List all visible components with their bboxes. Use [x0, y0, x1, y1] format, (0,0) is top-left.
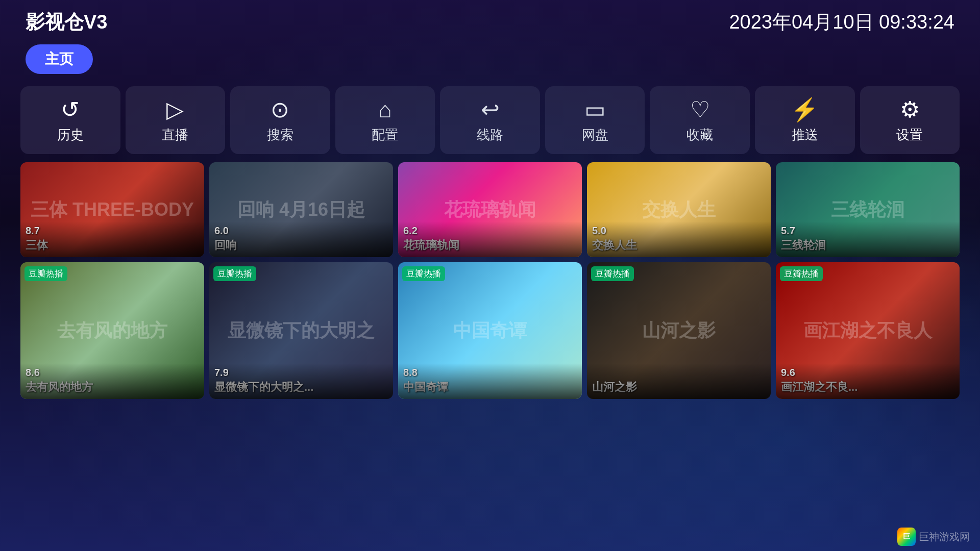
- config-label: 配置: [372, 126, 398, 144]
- card-title-jiaohuan: 交换人生: [592, 238, 637, 253]
- card-content-quyoufeng: 去有风的地方: [20, 262, 204, 399]
- card-badge-huajianghuzhi: 豆瓣热播: [780, 266, 823, 281]
- menu-item-disk[interactable]: ▭ 网盘: [545, 86, 645, 154]
- card-title-huajianghuzhi: 画江湖之不良...: [781, 380, 857, 395]
- push-label: 推送: [792, 126, 818, 144]
- menu-item-search[interactable]: ⊙ 搜索: [230, 86, 330, 154]
- menu-item-live[interactable]: ▷ 直播: [126, 86, 226, 154]
- card-visual-sanxian: 三线轮洄: [831, 197, 904, 222]
- card-rating-santi: 8.7: [26, 225, 40, 237]
- card-shanhezhiying[interactable]: 山河之影 豆瓣热播 山河之影: [587, 262, 771, 399]
- card-badge-zhongguoqitan: 豆瓣热播: [402, 266, 445, 281]
- card-huajianghuzhi[interactable]: 画江湖之不良人 豆瓣热播 9.6 画江湖之不良...: [776, 262, 960, 399]
- history-icon: ↺: [61, 98, 80, 121]
- menu-item-config[interactable]: ⌂ 配置: [335, 86, 435, 154]
- card-badge-xianweijing: 豆瓣热播: [213, 266, 256, 281]
- card-visual-zhongguoqitan: 中国奇谭: [453, 318, 527, 343]
- card-title-zhongguoqitan: 中国奇谭: [403, 380, 448, 395]
- card-title-sanxian: 三线轮洄: [781, 238, 826, 253]
- row1-cards: 三体 THREE-BODY 8.7 三体 回响 4月16日起 6.0 回响 花琉…: [20, 162, 960, 257]
- card-title-hualiu: 花琉璃轨闻: [403, 238, 459, 253]
- watermark-label: 巨神游戏网: [919, 530, 970, 544]
- card-rating-quyoufeng: 8.6: [26, 367, 40, 379]
- favorite-icon: ♡: [690, 98, 710, 121]
- disk-icon: ▭: [584, 98, 606, 121]
- card-visual-xianweijing: 显微镜下的大明之: [228, 318, 375, 343]
- card-rating-zhongguoqitan: 8.8: [403, 367, 418, 379]
- card-visual-huajianghuzhi: 画江湖之不良人: [803, 318, 932, 343]
- watermark: 巨 巨神游戏网: [897, 528, 970, 546]
- card-visual-jiaohuan: 交换人生: [642, 197, 716, 222]
- settings-label: 设置: [896, 126, 923, 144]
- header: 影视仓V3 2023年04月10日 09:33:24: [0, 0, 980, 40]
- home-button[interactable]: 主页: [26, 44, 93, 74]
- menu-item-favorite[interactable]: ♡ 收藏: [650, 86, 750, 154]
- live-label: 直播: [162, 126, 188, 144]
- app-title: 影视仓V3: [26, 9, 107, 35]
- menu-item-push[interactable]: ⚡ 推送: [755, 86, 855, 154]
- card-rating-hualiu: 6.2: [403, 225, 418, 237]
- menu-item-history[interactable]: ↺ 历史: [20, 86, 120, 154]
- card-quyoufeng[interactable]: 去有风的地方 豆瓣热播 8.6 去有风的地方: [20, 262, 204, 399]
- search-label: 搜索: [267, 126, 293, 144]
- card-visual-hualiu: 花琉璃轨闻: [444, 197, 536, 222]
- live-icon: ▷: [166, 98, 184, 121]
- menu-item-route[interactable]: ↩ 线路: [440, 86, 540, 154]
- card-rating-jiaohuan: 5.0: [592, 225, 606, 237]
- card-visual-quyoufeng: 去有风的地方: [57, 318, 167, 343]
- card-visual-huixiang: 回响 4月16日起: [237, 197, 365, 222]
- history-label: 历史: [57, 126, 84, 144]
- card-sanxian[interactable]: 三线轮洄 5.7 三线轮洄: [776, 162, 960, 257]
- card-title-quyoufeng: 去有风的地方: [26, 380, 93, 395]
- card-hualiu[interactable]: 花琉璃轨闻 6.2 花琉璃轨闻: [398, 162, 582, 257]
- watermark-icon: 巨: [897, 528, 916, 546]
- card-content-santi: 三体 THREE-BODY: [20, 162, 204, 257]
- content-section: 三体 THREE-BODY 8.7 三体 回响 4月16日起 6.0 回响 花琉…: [0, 162, 980, 399]
- menu-row: ↺ 历史 ▷ 直播 ⊙ 搜索 ⌂ 配置 ↩ 线路 ▭ 网盘 ♡ 收藏 ⚡ 推送 …: [0, 78, 980, 162]
- card-zhongguoqitan[interactable]: 中国奇谭 豆瓣热播 8.8 中国奇谭: [398, 262, 582, 399]
- card-visual-santi: 三体 THREE-BODY: [31, 197, 194, 222]
- card-xianweijing[interactable]: 显微镜下的大明之 豆瓣热播 7.9 显微镜下的大明之...: [209, 262, 393, 399]
- nav-row: 主页: [0, 40, 980, 78]
- favorite-label: 收藏: [687, 126, 713, 144]
- card-content-zhongguoqitan: 中国奇谭: [398, 262, 582, 399]
- disk-label: 网盘: [582, 126, 608, 144]
- card-badge-shanhezhiying: 豆瓣热播: [591, 266, 634, 281]
- card-content-huixiang: 回响 4月16日起: [209, 162, 393, 257]
- datetime: 2023年04月10日 09:33:24: [729, 9, 954, 35]
- card-jiaohuan[interactable]: 交换人生 5.0 交换人生: [587, 162, 771, 257]
- menu-item-settings[interactable]: ⚙ 设置: [860, 86, 960, 154]
- push-icon: ⚡: [791, 98, 819, 121]
- config-icon: ⌂: [378, 98, 392, 121]
- card-content-shanhezhiying: 山河之影: [587, 262, 771, 399]
- settings-icon: ⚙: [900, 98, 920, 121]
- card-badge-quyoufeng: 豆瓣热播: [24, 266, 67, 281]
- card-huixiang[interactable]: 回响 4月16日起 6.0 回响: [209, 162, 393, 257]
- route-icon: ↩: [481, 98, 500, 121]
- card-rating-xianweijing: 7.9: [214, 367, 229, 379]
- card-content-huajianghuzhi: 画江湖之不良人: [776, 262, 960, 399]
- card-rating-huixiang: 6.0: [214, 225, 229, 237]
- card-rating-huajianghuzhi: 9.6: [781, 367, 795, 379]
- card-visual-shanhezhiying: 山河之影: [642, 318, 716, 343]
- card-title-shanhezhiying: 山河之影: [592, 380, 637, 395]
- route-label: 线路: [477, 126, 503, 144]
- card-rating-sanxian: 5.7: [781, 225, 795, 237]
- search-icon: ⊙: [271, 98, 289, 121]
- card-title-xianweijing: 显微镜下的大明之...: [214, 380, 313, 395]
- row2-cards: 去有风的地方 豆瓣热播 8.6 去有风的地方 显微镜下的大明之 豆瓣热播 7.9…: [20, 262, 960, 399]
- card-content-xianweijing: 显微镜下的大明之: [209, 262, 393, 399]
- card-title-huixiang: 回响: [214, 238, 237, 253]
- card-title-santi: 三体: [26, 238, 48, 253]
- card-santi[interactable]: 三体 THREE-BODY 8.7 三体: [20, 162, 204, 257]
